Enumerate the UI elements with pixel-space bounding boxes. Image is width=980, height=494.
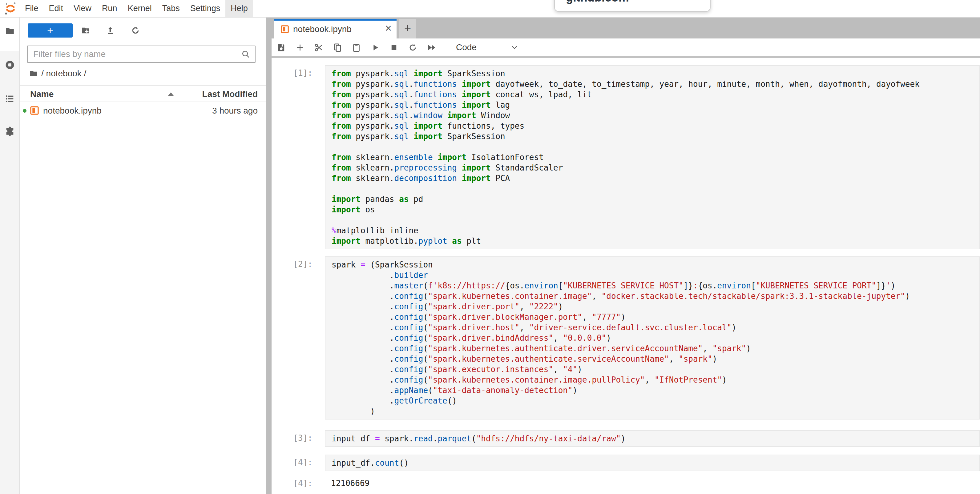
- tab-title: notebook.ipynb: [293, 24, 352, 34]
- run-all-icon[interactable]: [427, 43, 436, 52]
- search-icon: [241, 49, 251, 59]
- save-icon[interactable]: [277, 43, 286, 52]
- notebook-file-icon: [30, 106, 40, 116]
- jupyter-logo-icon: [4, 2, 17, 16]
- code-line: from pyspark.sql.window import Window: [332, 110, 979, 121]
- stop-icon[interactable]: [389, 43, 399, 52]
- active-tab-indicator: [274, 19, 396, 21]
- code-line: .config("spark.executor.instances", "4"): [332, 364, 979, 375]
- sidebar-tab-strip: [0, 17, 20, 494]
- file-browser-tab[interactable]: [5, 26, 15, 37]
- file-modified: 3 hours ago: [212, 106, 258, 116]
- code-line: from sklearn.decomposition import PCA: [332, 173, 979, 183]
- code-line: [332, 141, 979, 152]
- output-area[interactable]: 12106669: [325, 475, 980, 491]
- file-name: notebook.ipynb: [43, 106, 102, 116]
- refresh-button[interactable]: [130, 25, 140, 35]
- code-line: .appName("taxi-data-anomaly-detection"): [332, 385, 979, 396]
- code-line: .config("spark.driver.bindAddress", "0.0…: [332, 333, 979, 343]
- tab-notebook[interactable]: notebook.ipynb ×: [274, 19, 396, 38]
- code-line: spark = (SparkSession: [332, 259, 979, 270]
- code-line: 12106669: [331, 478, 980, 488]
- output-prompt: [4]:: [272, 479, 312, 488]
- menu-item-file[interactable]: File: [20, 0, 44, 17]
- menu-item-run[interactable]: Run: [97, 0, 123, 17]
- tab-bar: notebook.ipynb × +: [272, 17, 980, 38]
- paste-cell-icon[interactable]: [352, 43, 361, 52]
- breadcrumb-path: / notebook /: [41, 68, 86, 78]
- new-launcher-button[interactable]: +: [28, 24, 73, 38]
- code-editor[interactable]: input_df = spark.read.parquet("hdfs://hd…: [325, 430, 980, 447]
- cut-cell-icon[interactable]: [314, 43, 324, 52]
- code-line: .builder: [332, 270, 979, 280]
- code-line: from sklearn.preprocessing import Standa…: [332, 162, 979, 173]
- file-row[interactable]: notebook.ipynb3 hours ago: [20, 102, 266, 119]
- extensions-icon: [5, 125, 15, 136]
- menu-item-view[interactable]: View: [68, 0, 97, 17]
- new-tab-button[interactable]: +: [399, 19, 416, 38]
- notebook-dock: notebook.ipynb × + Code [1]:from pyspark…: [272, 17, 980, 494]
- menu-item-kernel[interactable]: Kernel: [123, 0, 157, 17]
- code-line: ): [332, 406, 979, 416]
- running-kernels-tab[interactable]: [5, 60, 15, 70]
- input-prompt: [3]:: [272, 434, 312, 443]
- code-editor[interactable]: from pyspark.sql import SparkSessionfrom…: [325, 65, 980, 249]
- code-line: .config("spark.driver.host", "driver-ser…: [332, 322, 979, 333]
- refresh-icon: [130, 25, 140, 35]
- code-line: import os: [332, 204, 979, 215]
- code-line: input_df.count(): [332, 457, 979, 468]
- code-line: from pyspark.sql.functions import dayofw…: [332, 79, 979, 89]
- kernel-running-dot: [23, 109, 27, 113]
- upload-button[interactable]: [105, 25, 115, 35]
- add-cell-icon[interactable]: [295, 43, 305, 52]
- table-of-contents-tab[interactable]: [5, 94, 15, 104]
- column-header-name[interactable]: Name: [30, 89, 54, 99]
- code-line: .config("spark.driver.port", "2222"): [332, 301, 979, 312]
- new-folder-icon: [81, 25, 91, 35]
- copy-cell-icon[interactable]: [333, 43, 342, 52]
- browser-popup-text: github.com: [566, 0, 629, 4]
- input-prompt: [1]:: [272, 68, 312, 78]
- file-browser-panel: + / notebook / Name Last Modified notebo…: [20, 17, 266, 494]
- browser-popup: github.com: [554, 0, 711, 12]
- menu-item-help[interactable]: Help: [225, 0, 253, 17]
- menu-item-tabs[interactable]: Tabs: [157, 0, 185, 17]
- code-editor[interactable]: input_df.count(): [325, 454, 980, 471]
- tab-close-icon[interactable]: ×: [385, 22, 391, 35]
- menu-item-edit[interactable]: Edit: [44, 0, 68, 17]
- code-line: [332, 215, 979, 225]
- run-icon[interactable]: [371, 43, 380, 52]
- chevron-down-icon[interactable]: [510, 43, 519, 52]
- code-line: .config("spark.kubernetes.container.imag…: [332, 375, 979, 385]
- menu-item-settings[interactable]: Settings: [185, 0, 226, 17]
- breadcrumb[interactable]: / notebook /: [29, 68, 86, 78]
- input-prompt: [4]:: [272, 457, 312, 467]
- notebook-toolbar: Code: [272, 38, 980, 58]
- code-line: input_df = spark.read.parquet("hdfs://hd…: [332, 434, 979, 444]
- code-line: .config("spark.driver.blockManager.port"…: [332, 312, 979, 322]
- filter-files-input[interactable]: [27, 46, 256, 63]
- code-line: .config("spark.kubernetes.authenticate.s…: [332, 354, 979, 364]
- menu-items: FileEditViewRunKernelTabsSettingsHelp: [20, 0, 253, 17]
- folder-icon: [29, 69, 38, 78]
- code-line: %matplotlib inline: [332, 225, 979, 236]
- folder-icon: [5, 26, 15, 37]
- cell-type-select[interactable]: Code: [456, 43, 477, 52]
- column-header-modified[interactable]: Last Modified: [186, 86, 266, 102]
- new-folder-button[interactable]: [81, 25, 91, 35]
- code-line: from pyspark.sql import SparkSession: [332, 68, 979, 79]
- notebook-file-icon: [280, 25, 290, 34]
- file-list: notebook.ipynb3 hours ago: [20, 102, 266, 119]
- file-list-header: Name Last Modified: [20, 85, 266, 102]
- table-of-contents-icon: [5, 94, 15, 104]
- code-editor[interactable]: spark = (SparkSession .builder .master(f…: [325, 256, 980, 419]
- sidebar-strip-shade: [0, 51, 19, 494]
- extensions-tab[interactable]: [5, 125, 15, 136]
- code-line: from pyspark.sql.functions import concat…: [332, 89, 979, 100]
- code-line: import matplotlib.pyplot as plt: [332, 236, 979, 246]
- sort-ascending-icon: [168, 92, 173, 96]
- restart-kernel-icon[interactable]: [408, 43, 417, 52]
- panel-splitter[interactable]: [266, 17, 272, 494]
- code-line: .getOrCreate(): [332, 396, 979, 406]
- notebook-content[interactable]: [1]:from pyspark.sql import SparkSession…: [272, 58, 980, 494]
